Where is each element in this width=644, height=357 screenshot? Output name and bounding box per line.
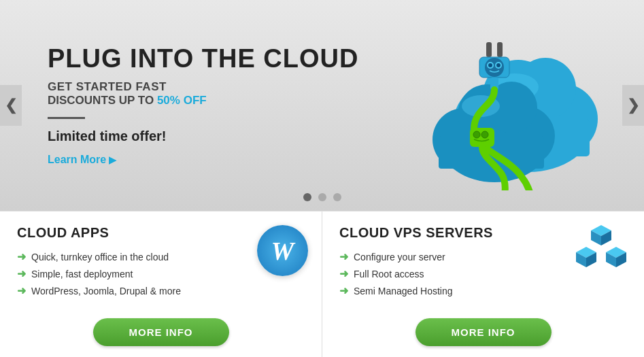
hero-dots [303,193,341,201]
learn-more-arrow-icon: ▶ [109,154,116,165]
arrow-bullet-icon: ➜ [339,250,348,263]
discount-highlight: 50% OFF [157,94,207,107]
cloud-plug-svg [372,7,603,190]
arrow-bullet-icon: ➜ [17,250,26,263]
wordpress-icon: W [257,225,308,276]
cloud-apps-card: CLOUD APPS ➜ Quick, turnkey office in th… [0,211,322,357]
svg-rect-15 [497,42,503,57]
cloud-apps-more-info-button[interactable]: MORE INFO [93,318,229,346]
svg-point-20 [488,63,492,67]
cubes-svg [573,225,630,279]
svg-point-24 [473,131,480,138]
feature-text: Simple, fast deployment [31,269,133,279]
dot-2[interactable] [318,193,326,201]
chevron-right-icon: ❯ [627,97,639,114]
chevron-left-icon: ❮ [5,97,17,114]
arrow-bullet-icon: ➜ [339,267,348,280]
wordpress-logo: W [257,225,308,276]
hero-prev-arrow[interactable]: ❮ [0,85,22,126]
svg-point-21 [496,63,501,67]
feature-text: Configure your server [354,252,445,262]
feature-text: Quick, turnkey office in the cloud [31,252,169,262]
feature-text: Semi Managed Hosting [354,286,453,296]
dot-1[interactable] [303,193,311,201]
feature-text: WordPress, Joomla, Drupal & more [31,286,181,296]
hero-divider [48,117,85,119]
arrow-bullet-icon: ➜ [339,284,348,297]
arrow-bullet-icon: ➜ [17,267,26,280]
hero-section: ❮ PLUG INTO THE CLOUD GET STARTED FAST D… [0,0,644,211]
svg-rect-14 [486,42,492,57]
feature-text: Full Root access [354,269,424,279]
cubes-icon [573,225,630,282]
learn-more-text: Learn More [48,154,106,166]
discount-prefix: DISCOUNTS UP TO [48,94,157,107]
hero-next-arrow[interactable]: ❯ [622,85,644,126]
cloud-vps-more-info-button[interactable]: MORE INFO [416,318,552,346]
feature-item: ➜ WordPress, Joomla, Drupal & more [17,284,305,297]
svg-point-25 [481,131,488,138]
dot-3[interactable] [333,193,341,201]
arrow-bullet-icon: ➜ [17,284,26,297]
hero-illustration [372,7,603,204]
cards-section: CLOUD APPS ➜ Quick, turnkey office in th… [0,211,644,357]
feature-item: ➜ Semi Managed Hosting [339,284,627,297]
cloud-vps-card: CLOUD VPS SERVERS ➜ Configure your serve… [322,211,644,357]
